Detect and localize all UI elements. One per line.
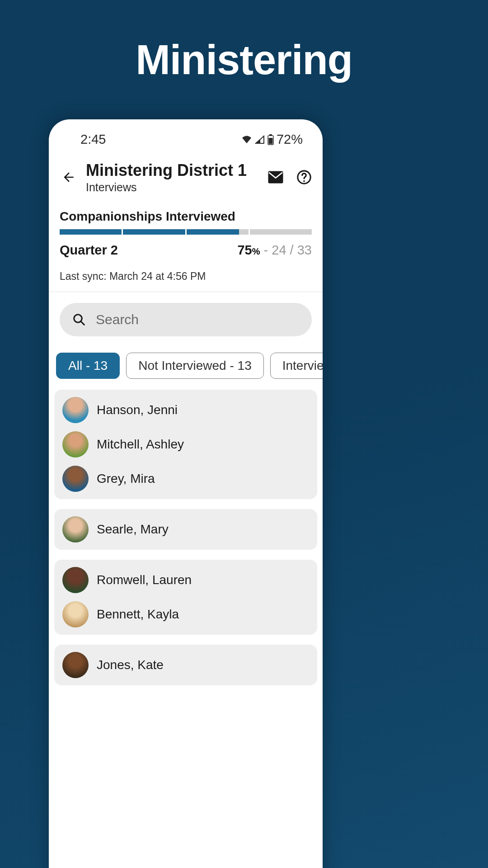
status-right: 72% (241, 132, 303, 147)
filter-chip[interactable]: Not Interviewed - 13 (126, 353, 264, 379)
person-row[interactable]: Hanson, Jenni (62, 397, 309, 423)
search-icon (72, 313, 86, 326)
avatar (62, 567, 89, 593)
filter-chip[interactable]: All - 13 (56, 353, 120, 379)
avatar (62, 652, 89, 678)
progress-bar (60, 229, 312, 235)
companionship-card[interactable]: Searle, Mary (54, 509, 317, 550)
progress-segment (250, 229, 312, 235)
filter-chips: All - 13Not Interviewed - 13Interviewed (49, 336, 323, 390)
header-actions (267, 170, 312, 185)
companionship-card[interactable]: Romwell, LaurenBennett, Kayla (54, 560, 317, 635)
person-name: Bennett, Kayla (97, 607, 179, 622)
progress-divider: / (286, 243, 297, 257)
progress-percent-unit: % (252, 246, 260, 256)
person-name: Romwell, Lauren (97, 573, 192, 587)
person-name: Grey, Mira (97, 472, 155, 486)
companionship-card[interactable]: Hanson, JenniMitchell, AshleyGrey, Mira (54, 390, 317, 499)
page-title: Ministering (0, 0, 488, 84)
progress-total: 33 (297, 243, 312, 257)
phone-frame: 2:45 72% Ministering District 1 Intervie… (49, 119, 323, 868)
person-row[interactable]: Romwell, Lauren (62, 567, 309, 593)
person-row[interactable]: Jones, Kate (62, 652, 309, 678)
status-time: 2:45 (80, 132, 106, 147)
header-titles: Ministering District 1 Interviews (86, 160, 259, 194)
avatar (62, 431, 89, 458)
person-row[interactable]: Mitchell, Ashley (62, 431, 309, 458)
companionship-card[interactable]: Jones, Kate (54, 645, 317, 685)
person-name: Searle, Mary (97, 522, 169, 537)
person-row[interactable]: Grey, Mira (62, 466, 309, 492)
quarter-label: Quarter 2 (60, 243, 118, 258)
avatar (62, 397, 89, 423)
mail-icon[interactable] (267, 170, 284, 184)
person-name: Mitchell, Ashley (97, 437, 184, 452)
status-bar: 2:45 72% (49, 119, 323, 151)
search-box[interactable] (60, 303, 312, 336)
app-header: Ministering District 1 Interviews (49, 151, 323, 198)
person-row[interactable]: Bennett, Kayla (62, 601, 309, 627)
progress-segment (187, 229, 249, 235)
wifi-icon (241, 135, 252, 144)
progress-readout: 75% - 24 / 33 (237, 243, 312, 258)
progress-section-label: Companionships Interviewed (49, 198, 323, 229)
person-name: Jones, Kate (97, 658, 164, 672)
search-input[interactable] (96, 312, 299, 327)
progress-stats: Quarter 2 75% - 24 / 33 (49, 235, 323, 258)
signal-icon (255, 135, 265, 144)
progress-segment (123, 229, 185, 235)
back-button[interactable] (60, 168, 78, 186)
last-sync-label: Last sync: March 24 at 4:56 PM (49, 258, 323, 292)
svg-point-5 (303, 180, 305, 182)
help-icon[interactable] (296, 170, 312, 185)
search-container (49, 292, 323, 336)
battery-icon (267, 134, 274, 145)
progress-segment (60, 229, 122, 235)
svg-rect-2 (268, 138, 272, 144)
avatar (62, 466, 89, 492)
avatar (62, 516, 89, 542)
progress-count-sep: - (260, 243, 272, 257)
person-row[interactable]: Searle, Mary (62, 516, 309, 542)
header-subtitle: Interviews (86, 181, 259, 194)
status-battery-pct: 72% (277, 132, 303, 147)
person-name: Hanson, Jenni (97, 403, 178, 417)
header-title: Ministering District 1 (86, 160, 259, 180)
avatar (62, 601, 89, 627)
filter-chip[interactable]: Interviewed (270, 353, 323, 379)
companionship-list: Hanson, JenniMitchell, AshleyGrey, MiraS… (49, 390, 323, 685)
progress-percent: 75 (237, 243, 252, 257)
progress-done: 24 (272, 243, 286, 257)
svg-line-7 (81, 321, 84, 325)
